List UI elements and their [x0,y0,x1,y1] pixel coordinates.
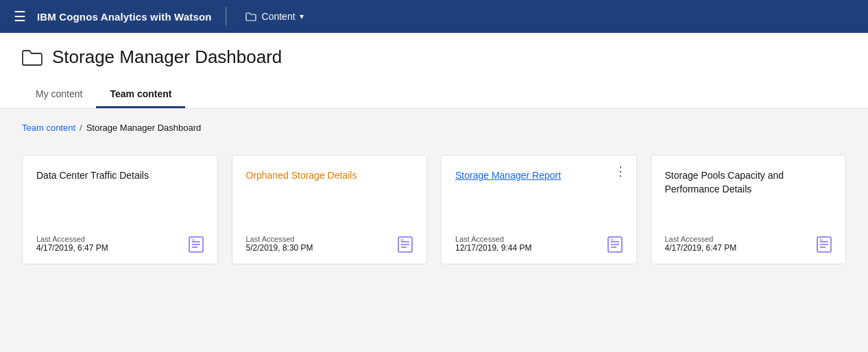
card-footer-storage-pools: Last Accessed 4/17/2019, 6:47 PM [665,235,832,253]
card-data-center: Data Center Traffic Details Last Accesse… [22,155,218,264]
card-storage-pools: Storage Pools Capacity and Performance D… [651,155,847,264]
last-accessed-date: 5/2/2019, 8:30 PM [246,243,313,253]
last-accessed-data-center: Last Accessed 4/17/2019, 6:47 PM [36,235,108,253]
breadcrumb-team-content-link[interactable]: Team content [22,123,75,133]
last-accessed-storage-manager: Last Accessed 12/17/2019, 9:44 PM [455,235,531,253]
page-folder-icon [22,49,43,66]
last-accessed-date: 12/17/2019, 9:44 PM [455,243,531,253]
tab-team-content[interactable]: Team content [96,81,185,108]
report-icon [398,236,413,253]
tabs-container: My content Team content [22,81,846,108]
content-label: Content [262,11,296,22]
card-footer-data-center: Last Accessed 4/17/2019, 6:47 PM [36,235,204,253]
card-orphaned-storage: Orphaned Storage Details Last Accessed 5… [232,155,428,264]
nav-divider [226,7,226,26]
breadcrumb: Team content / Storage Manager Dashboard [22,123,846,133]
chevron-down-icon: ▾ [300,12,304,21]
card-storage-manager-report: ⋮ Storage Manager Report Last Accessed 1… [441,155,637,264]
svg-rect-9 [400,238,404,241]
last-accessed-date: 4/17/2019, 6:47 PM [665,243,737,253]
card-title-storage-pools[interactable]: Storage Pools Capacity and Performance D… [665,169,832,235]
svg-rect-4 [191,238,195,241]
content-area: Team content / Storage Manager Dashboard… [0,109,868,352]
cards-grid: Data Center Traffic Details Last Accesse… [22,155,846,264]
page-title-row: Storage Manager Dashboard [22,47,846,68]
card-title-orphaned[interactable]: Orphaned Storage Details [246,169,413,235]
last-accessed-orphaned: Last Accessed 5/2/2019, 8:30 PM [246,235,313,253]
svg-rect-14 [610,238,614,241]
card-title-storage-manager[interactable]: Storage Manager Report [455,169,623,235]
breadcrumb-separator: / [80,123,82,133]
report-icon [189,236,204,253]
svg-rect-19 [819,238,823,241]
last-accessed-label: Last Accessed [36,235,108,243]
content-dropdown-button[interactable]: Content ▾ [240,8,309,25]
hamburger-menu-icon[interactable]: ☰ [11,5,29,27]
last-accessed-date: 4/17/2019, 6:47 PM [36,243,108,253]
tab-my-content[interactable]: My content [22,81,96,108]
breadcrumb-current-page: Storage Manager Dashboard [86,123,202,133]
card-title-data-center[interactable]: Data Center Traffic Details [36,169,204,235]
last-accessed-label: Last Accessed [665,235,737,243]
folder-icon [245,12,256,21]
last-accessed-label: Last Accessed [246,235,313,243]
card-menu-icon[interactable]: ⋮ [614,165,627,177]
page-header: Storage Manager Dashboard My content Tea… [0,33,868,109]
last-accessed-label: Last Accessed [455,235,531,243]
report-icon [817,236,832,253]
card-footer-storage-manager: Last Accessed 12/17/2019, 9:44 PM [455,235,623,253]
app-title: IBM Cognos Analytics with Watson [37,11,212,23]
card-footer-orphaned: Last Accessed 5/2/2019, 8:30 PM [246,235,413,253]
page-title: Storage Manager Dashboard [52,47,282,68]
top-navigation: ☰ IBM Cognos Analytics with Watson Conte… [0,0,868,33]
report-icon [607,236,623,253]
last-accessed-storage-pools: Last Accessed 4/17/2019, 6:47 PM [665,235,737,253]
